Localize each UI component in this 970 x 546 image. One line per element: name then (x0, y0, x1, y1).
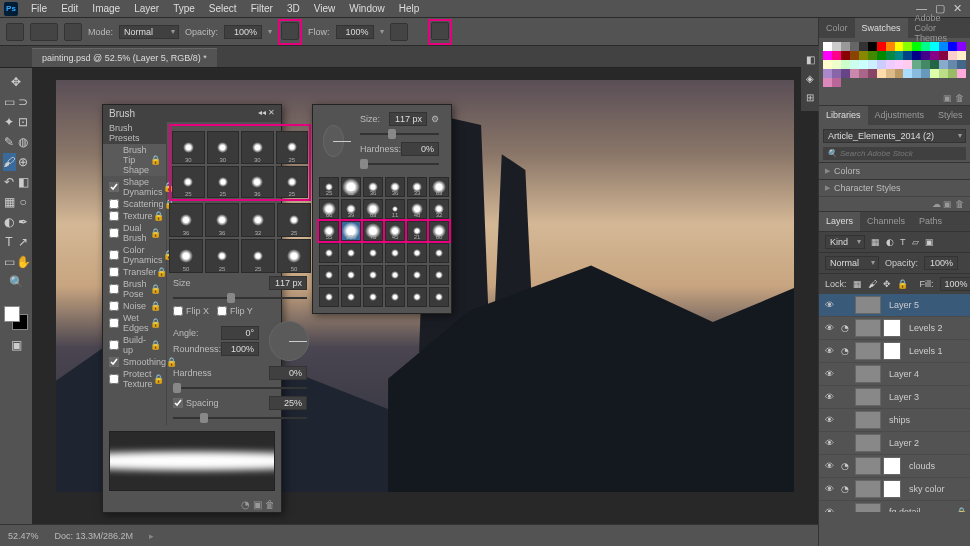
brush-preset[interactable] (319, 287, 339, 307)
swatch[interactable] (832, 69, 841, 78)
mask-thumb[interactable] (883, 342, 901, 360)
swatch[interactable] (823, 42, 832, 51)
swatch[interactable] (921, 51, 930, 60)
swatch[interactable] (912, 69, 921, 78)
brush-preset[interactable] (363, 287, 383, 307)
lock-pixel-icon[interactable]: 🖌 (868, 279, 877, 289)
layer-row[interactable]: 👁Layer 5 (819, 294, 970, 317)
swatch[interactable] (930, 51, 939, 60)
size-input[interactable]: 117 px (269, 276, 307, 290)
tool-wand[interactable]: ✦ (3, 113, 16, 131)
swatch[interactable] (912, 51, 921, 60)
layer-row[interactable]: 👁ships (819, 409, 970, 432)
new-swatch-icon[interactable]: ▣ (943, 93, 952, 103)
brush-section[interactable]: Smoothing🔒 (103, 356, 166, 368)
layer-row[interactable]: 👁◔sky color (819, 478, 970, 501)
visibility-icon[interactable]: 👁 (823, 300, 835, 310)
section-checkbox[interactable] (109, 318, 119, 328)
tool-crop[interactable]: ⊡ (17, 113, 30, 131)
hardness-input[interactable]: 0% (269, 366, 307, 380)
visibility-icon[interactable]: 👁 (823, 346, 835, 356)
brush-section[interactable]: Noise🔒 (103, 300, 166, 312)
swatch[interactable] (832, 42, 841, 51)
swatch[interactable] (957, 69, 966, 78)
layer-thumb[interactable] (855, 480, 881, 498)
layer-thumb[interactable] (855, 388, 881, 406)
tool-dodge[interactable]: ◐ (3, 213, 16, 231)
brush-preset[interactable]: 11 (385, 199, 405, 219)
brush-preset[interactable] (407, 287, 427, 307)
brush-section[interactable]: Texture🔒 (103, 210, 166, 222)
brush-preset[interactable]: 50 (169, 239, 203, 273)
tool-brush[interactable]: 🖌 (3, 153, 16, 171)
brush-preset[interactable]: 25 (205, 239, 239, 273)
brush-preset[interactable]: 25 (241, 239, 275, 273)
filter-shape-icon[interactable]: ▱ (912, 237, 919, 247)
menu-window[interactable]: Window (342, 3, 392, 14)
preset-size-slider[interactable] (360, 129, 439, 139)
section-lock-icon[interactable]: 🔒 (150, 301, 160, 311)
flipx-checkbox[interactable] (173, 306, 183, 316)
section-checkbox[interactable] (109, 228, 119, 238)
lib-cloud-icon[interactable]: ☁ (932, 199, 941, 209)
tab-adjustments[interactable]: Adjustments (868, 106, 932, 125)
swatch[interactable] (823, 78, 832, 87)
swatch[interactable] (903, 51, 912, 60)
brush-preset[interactable]: 60 (429, 221, 449, 241)
brush-section[interactable]: Protect Texture🔒 (103, 368, 166, 390)
layer-row[interactable]: 👁Layer 3 (819, 386, 970, 409)
section-checkbox[interactable] (109, 267, 119, 277)
brush-preset[interactable]: 66 (319, 199, 339, 219)
spacing-input[interactable]: 25% (269, 396, 307, 410)
section-checkbox[interactable] (109, 182, 119, 192)
brush-preset[interactable]: 33 (407, 177, 427, 197)
lib-add-icon[interactable]: ▣ (943, 199, 952, 209)
menu-view[interactable]: View (307, 3, 343, 14)
swatch[interactable] (886, 69, 895, 78)
doc-info[interactable]: Doc: 13.3M/286.2M (55, 531, 134, 541)
brush-preset[interactable]: 25 (276, 131, 309, 164)
menu-filter[interactable]: Filter (244, 3, 280, 14)
swatch[interactable] (957, 51, 966, 60)
tool-history-brush[interactable]: ↶ (3, 173, 16, 191)
swatch[interactable] (823, 69, 832, 78)
delete-brush-icon[interactable]: 🗑 (265, 499, 275, 510)
swatch[interactable] (895, 42, 904, 51)
brush-preset[interactable] (407, 243, 427, 263)
color-swatch[interactable] (4, 306, 28, 330)
brush-preset[interactable] (341, 243, 361, 263)
brush-preset[interactable]: 32 (241, 203, 275, 237)
tool-gradient[interactable]: ▦ (3, 193, 16, 211)
lib-group-charstyles[interactable]: Character Styles (819, 179, 970, 196)
lock-all-icon[interactable]: 🔒 (897, 279, 908, 289)
layer-thumb[interactable] (855, 365, 881, 383)
swatch[interactable] (903, 69, 912, 78)
filter-smart-icon[interactable]: ▣ (925, 237, 934, 247)
tab-libraries[interactable]: Libraries (819, 106, 868, 125)
library-select[interactable]: Article_Elements_2014 (2) (823, 129, 966, 143)
brush-panel-toggle-icon[interactable] (64, 23, 82, 41)
brush-preset[interactable]: 25 (207, 166, 240, 199)
brush-preset[interactable] (429, 243, 449, 263)
menu-image[interactable]: Image (85, 3, 127, 14)
layer-row[interactable]: 👁◔Levels 2 (819, 317, 970, 340)
brush-section[interactable]: Scattering🔒 (103, 198, 166, 210)
brush-preset[interactable] (363, 265, 383, 285)
panel-icon[interactable]: ⊞ (801, 88, 819, 107)
tool-marquee[interactable]: ▭ (3, 93, 16, 111)
preset-size-input[interactable]: 117 px (389, 112, 427, 126)
brush-presets-tab[interactable]: Brush Presets (109, 123, 160, 143)
swatch[interactable] (841, 60, 850, 69)
lib-group-colors[interactable]: Colors (819, 162, 970, 179)
visibility-icon[interactable]: 👁 (823, 415, 835, 425)
layer-row[interactable]: 👁◔Levels 1 (819, 340, 970, 363)
lib-trash-icon[interactable]: 🗑 (955, 199, 964, 209)
mask-link-icon[interactable]: ◔ (839, 346, 851, 356)
swatch[interactable] (868, 51, 877, 60)
new-brush-icon[interactable]: ▣ (253, 499, 262, 510)
brush-preset[interactable]: 63 (429, 177, 449, 197)
mask-link-icon[interactable]: ◔ (839, 484, 851, 494)
visibility-icon[interactable]: 👁 (823, 484, 835, 494)
brush-preset[interactable] (385, 243, 405, 263)
tool-hand[interactable]: ✋ (17, 253, 30, 271)
